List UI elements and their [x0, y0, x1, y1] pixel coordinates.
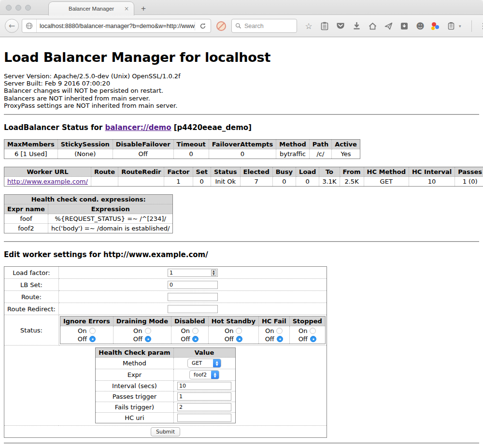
- new-tab-button[interactable]: +: [141, 4, 146, 14]
- hot-standby-off-radio[interactable]: [236, 336, 242, 342]
- home-icon[interactable]: [368, 21, 377, 31]
- route-cell: [91, 177, 118, 187]
- param-row: Interval (secs): [96, 381, 235, 391]
- pocket-icon[interactable]: [336, 21, 345, 31]
- column-header: Busy: [272, 167, 296, 177]
- adblock-icon[interactable]: [216, 21, 227, 31]
- load-factor-input[interactable]: [168, 269, 218, 277]
- column-header: Active: [332, 140, 360, 149]
- balancer-status-table: MaxMembers StickySession DisableFailover…: [4, 139, 360, 159]
- load-factor-label: Load factor:: [4, 267, 59, 279]
- expr-select[interactable]: foof2▲▼: [189, 370, 219, 379]
- interval-param-label: Interval (secs): [96, 381, 173, 391]
- container-icon[interactable]: [446, 21, 456, 31]
- stopped-radios: On Off: [289, 326, 325, 344]
- browser-window: Balancer Manager × + ← localhost:8880/ba…: [0, 0, 483, 448]
- ignore-errors-radios: On Off: [60, 326, 113, 344]
- radio-on-label: On: [298, 327, 307, 335]
- column-header: Ignore Errors: [60, 317, 113, 326]
- draining-mode-on-radio[interactable]: [145, 328, 151, 334]
- column-header: FailoverAttempts: [209, 140, 276, 149]
- column-header: Stopped: [289, 317, 325, 326]
- minimize-window-button[interactable]: [15, 5, 21, 11]
- disabled-on-radio[interactable]: [192, 328, 199, 334]
- column-header: DisableFailover: [113, 140, 173, 149]
- zoom-window-button[interactable]: [25, 5, 31, 11]
- table-header-row: Expr name Expression: [4, 204, 173, 214]
- load-factor-cell: ▲▼: [58, 267, 327, 279]
- container-dropdown-caret-icon[interactable]: ▾: [459, 24, 461, 29]
- ignore-errors-off-radio[interactable]: [89, 336, 96, 342]
- method-select[interactable]: GET▲▼: [187, 359, 221, 368]
- hc-fail-on-radio[interactable]: [276, 328, 283, 334]
- table-header-row: Worker URL Route RouteRedir Factor Set S…: [4, 167, 483, 177]
- divider: [4, 443, 479, 444]
- ignore-errors-on-radio[interactable]: [89, 328, 96, 334]
- radio-on-label: On: [133, 327, 142, 335]
- route-redirect-input[interactable]: [168, 305, 218, 313]
- table-row: 6 [1 Used] (None) Off 0 0 bytraffic /c/ …: [4, 149, 360, 159]
- radio-off-label: Off: [181, 335, 190, 343]
- status-options-cell: Ignore Errors Draining Mode Disabled Hot…: [58, 315, 327, 346]
- search-field[interactable]: Search: [231, 19, 297, 33]
- screenshot-icon[interactable]: [399, 21, 409, 31]
- colored-dots-icon[interactable]: [431, 22, 440, 30]
- method-param-label: Method: [96, 358, 173, 369]
- chat-icon[interactable]: ☻: [415, 21, 425, 31]
- method-cell: bytraffic: [276, 149, 309, 159]
- radio-on-label: On: [78, 327, 86, 335]
- path-cell: /c/: [309, 149, 331, 159]
- hc-interval-cell: 10: [409, 177, 455, 187]
- table-header-row: MaxMembers StickySession DisableFailover…: [4, 140, 360, 149]
- stopped-off-radio[interactable]: [310, 336, 316, 342]
- factor-cell: 1: [164, 177, 193, 187]
- reading-list-icon[interactable]: [320, 21, 329, 31]
- fails-input[interactable]: [177, 403, 231, 411]
- divider: [4, 241, 479, 242]
- maxmembers-cell: 6 [1 Used]: [4, 149, 58, 159]
- stopped-on-radio[interactable]: [310, 328, 316, 334]
- balancer-demo-link[interactable]: balancer://demo: [105, 123, 171, 132]
- chevron-updown-icon: ▲▼: [213, 359, 221, 368]
- downloads-icon[interactable]: [352, 21, 361, 31]
- lb-set-input[interactable]: [168, 281, 218, 289]
- toolbar-separator: [471, 20, 472, 32]
- search-input[interactable]: Search: [244, 23, 264, 29]
- number-stepper-icon[interactable]: ▲▼: [211, 270, 216, 276]
- search-icon: [235, 23, 242, 29]
- table-header-row: Ignore Errors Draining Mode Disabled Hot…: [60, 317, 325, 326]
- hot-standby-on-radio[interactable]: [236, 328, 242, 334]
- hc-fail-off-radio[interactable]: [277, 336, 283, 342]
- back-button[interactable]: ←: [5, 19, 19, 33]
- tab-strip: Balancer Manager × +: [0, 0, 483, 15]
- send-icon[interactable]: [384, 21, 393, 31]
- globe-icon[interactable]: [22, 19, 37, 32]
- close-window-button[interactable]: [6, 5, 12, 11]
- draining-mode-off-radio[interactable]: [145, 336, 151, 342]
- route-input[interactable]: [168, 293, 218, 301]
- reload-button[interactable]: [195, 19, 211, 32]
- url-input[interactable]: localhost:8880/balancer-manager?b=demo&w…: [37, 23, 195, 29]
- hc-expr-table-title: Health check cond. expressions:: [4, 195, 173, 204]
- submit-row: Submit: [4, 426, 327, 438]
- tab-balancer-manager[interactable]: Balancer Manager ×: [48, 1, 134, 15]
- radio-on-label: On: [225, 327, 233, 335]
- bookmark-star-icon[interactable]: ☆: [304, 21, 313, 31]
- expr-name-cell: foof: [4, 214, 48, 224]
- disabled-off-radio[interactable]: [192, 336, 199, 342]
- elected-cell: 7: [240, 177, 272, 187]
- hc-uri-input[interactable]: [177, 414, 231, 422]
- set-cell: 0: [193, 177, 211, 187]
- tab-close-icon[interactable]: ×: [124, 5, 129, 12]
- passes-input[interactable]: [177, 392, 231, 401]
- submit-button[interactable]: Submit: [151, 427, 180, 436]
- column-header: Passes: [455, 167, 483, 177]
- radio-row: On Off On Off On Off: [60, 326, 325, 344]
- worker-url-link[interactable]: http://www.example.com/: [7, 178, 88, 185]
- expr-row: foof %{REQUEST_STATUS} =~ /^[234]/: [4, 214, 173, 224]
- column-header: Expr name: [4, 204, 48, 214]
- interval-input[interactable]: [177, 382, 231, 390]
- passes-param-cell: [173, 391, 235, 402]
- edit-worker-heading: Edit worker settings for http://www.exam…: [4, 250, 479, 259]
- url-bar[interactable]: localhost:8880/balancer-manager?b=demo&w…: [22, 19, 211, 33]
